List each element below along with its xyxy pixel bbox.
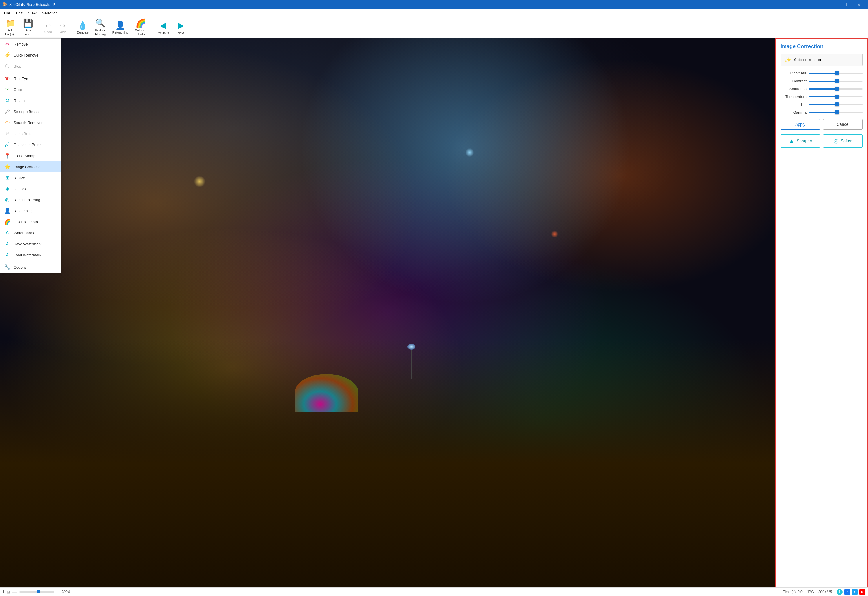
gamma-thumb[interactable] <box>835 110 839 114</box>
youtube-icon[interactable]: ▶ <box>859 589 865 595</box>
apply-button[interactable]: Apply <box>781 119 820 130</box>
toolbar-denoise[interactable]: 💧 Denoise <box>74 19 91 37</box>
temperature-slider[interactable] <box>809 96 863 98</box>
tint-slider[interactable] <box>809 104 863 105</box>
save-as-button[interactable]: 💾 Saveas... <box>20 19 37 37</box>
saturation-thumb[interactable] <box>835 87 839 91</box>
menu-item-smudge-brush[interactable]: 🖌 Smudge Brush <box>0 106 61 117</box>
menu-item-image-correction[interactable]: ⭐ Image Correction <box>0 161 61 172</box>
temperature-thumb[interactable] <box>835 95 839 99</box>
saturation-slider[interactable] <box>809 89 863 90</box>
menu-item-remove[interactable]: ✂ Remove <box>0 38 61 50</box>
cancel-button[interactable]: Cancel <box>823 119 863 130</box>
menu-item-load-watermark[interactable]: A Load Watermark <box>0 249 61 260</box>
zoom-plus-btn[interactable]: + <box>56 589 59 595</box>
redo-icon: ↪ <box>60 22 65 30</box>
rotate-label: Rotate <box>13 99 25 103</box>
resize-label: Resize <box>13 176 25 180</box>
menu-item-quick-remove[interactable]: ⚡ Quick Remove <box>0 50 61 61</box>
toolbar-retouching[interactable]: 👤 Retouching <box>110 19 131 37</box>
menu-item-rotate[interactable]: ↻ Rotate <box>0 95 61 106</box>
auto-correction-button[interactable]: ✨ Auto correction <box>781 54 863 66</box>
zoom-slider[interactable] <box>19 592 54 593</box>
next-button[interactable]: ▶ Next <box>173 19 189 37</box>
menu-file[interactable]: File <box>1 10 13 16</box>
menu-edit[interactable]: Edit <box>13 10 25 16</box>
twitter-icon[interactable]: t <box>852 589 858 595</box>
selection-icon: ⊡ <box>7 590 10 594</box>
clone-stamp-label: Clone Stamp <box>13 154 35 158</box>
menu-item-reduce-blurring[interactable]: ◎ Reduce blurring <box>0 194 61 205</box>
brightness-row: Brightness <box>781 71 863 75</box>
brightness-slider[interactable] <box>809 73 863 74</box>
gamma-row: Gamma <box>781 110 863 114</box>
gamma-slider[interactable] <box>809 112 863 113</box>
menu-item-save-watermark[interactable]: A Save Watermark <box>0 238 61 249</box>
menu-selection[interactable]: Selection <box>39 10 60 16</box>
lamp-post-1 <box>411 350 412 379</box>
status-bar-right: Time (s): 0.0 JPG 300×225 ℹ f t ▶ <box>783 589 865 595</box>
add-file-button[interactable]: 📁 AddFile(s)... <box>2 19 19 37</box>
menu-item-options[interactable]: 🔧 Options <box>0 262 61 273</box>
menu-item-concealer-brush[interactable]: 🖊 Concealer Brush <box>0 139 61 150</box>
gamma-label: Gamma <box>781 110 807 114</box>
contrast-label: Contrast <box>781 79 807 83</box>
brightness-label: Brightness <box>781 71 807 75</box>
minimize-button[interactable]: – <box>825 0 838 9</box>
retouching-menu-label: Retouching <box>13 209 33 213</box>
remove-label: Remove <box>13 42 28 46</box>
menu-item-crop[interactable]: ✂ Crop <box>0 84 61 95</box>
menu-item-watermarks[interactable]: A Watermarks <box>0 227 61 238</box>
redo-label: Redo <box>59 30 66 34</box>
colorful-dome <box>295 374 359 412</box>
denoise-icon: 💧 <box>78 21 88 30</box>
redo-button[interactable]: ↪ Redo <box>56 21 69 35</box>
undo-icon: ↩ <box>46 22 51 30</box>
resize-icon: ⊞ <box>4 174 11 181</box>
save-as-label: Saveas... <box>25 28 32 36</box>
canvas-area[interactable] <box>0 38 775 587</box>
next-icon: ▶ <box>178 21 184 30</box>
brightness-fill <box>809 73 837 74</box>
zoom-minus-btn[interactable]: — <box>12 589 17 595</box>
watermarks-icon: A <box>4 229 11 236</box>
temperature-fill <box>809 96 837 98</box>
sharpen-button[interactable]: ▲ Sharpen <box>781 134 820 148</box>
load-watermark-icon: A <box>4 251 11 258</box>
facebook-icon[interactable]: f <box>844 589 850 595</box>
maximize-button[interactable]: ☐ <box>838 0 852 9</box>
options-label: Options <box>13 265 27 269</box>
previous-button[interactable]: ◀ Previous <box>154 19 172 37</box>
menu-item-resize[interactable]: ⊞ Resize <box>0 172 61 183</box>
soften-button[interactable]: ◎ Soften <box>823 134 863 148</box>
menu-item-clone-stamp[interactable]: 📍 Clone Stamp <box>0 150 61 161</box>
quick-remove-icon: ⚡ <box>4 52 11 59</box>
colorize-menu-label: Colorize photo <box>13 220 38 224</box>
app-title: SoftOrbits Photo Retoucher P... <box>9 3 825 7</box>
contrast-thumb[interactable] <box>835 79 839 83</box>
toolbar-reduce-blurring[interactable]: 🔍 Reduceblurring <box>92 19 109 37</box>
tint-thumb[interactable] <box>835 102 839 106</box>
menu-view[interactable]: View <box>25 10 39 16</box>
toolbar-colorize[interactable]: 🌈 Colorizephoto <box>132 19 149 37</box>
ground-lights <box>155 450 620 450</box>
undo-button[interactable]: ↩ Undo <box>41 21 55 35</box>
info-social-icon[interactable]: ℹ <box>837 589 843 595</box>
brightness-thumb[interactable] <box>835 71 839 75</box>
soften-icon: ◎ <box>834 138 838 144</box>
stop-label: Stop <box>13 64 21 68</box>
menu-item-colorize-photo[interactable]: 🌈 Colorize photo <box>0 216 61 227</box>
menu-item-scratch-remover[interactable]: ✏ Scratch Remover <box>0 117 61 128</box>
menu-item-stop[interactable]: ⬡ Stop <box>0 61 61 72</box>
main-area: ✂ Remove ⚡ Quick Remove ⬡ Stop 👁 Red Eye… <box>0 38 868 587</box>
save-as-icon: 💾 <box>23 19 33 27</box>
menu-item-red-eye[interactable]: 👁 Red Eye <box>0 73 61 84</box>
close-button[interactable]: ✕ <box>852 0 866 9</box>
zoom-thumb[interactable] <box>37 590 40 593</box>
context-menu: ✂ Remove ⚡ Quick Remove ⬡ Stop 👁 Red Eye… <box>0 38 61 273</box>
menu-item-denoise[interactable]: ◈ Denoise <box>0 183 61 194</box>
reduce-blurring-label: Reduceblurring <box>95 28 106 36</box>
saturation-row: Saturation <box>781 87 863 91</box>
menu-item-retouching[interactable]: 👤 Retouching <box>0 205 61 216</box>
contrast-slider[interactable] <box>809 81 863 82</box>
